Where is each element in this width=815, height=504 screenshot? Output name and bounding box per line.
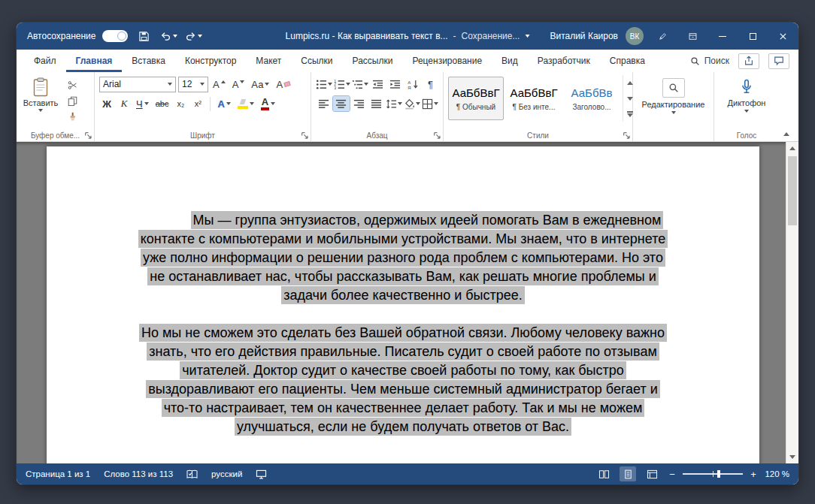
highlight-button[interactable] (235, 95, 256, 112)
text-line[interactable]: выздоравливают его пациенты. Чем меньше … (47, 380, 759, 399)
paste-label: Вставить (23, 98, 59, 107)
line-spacing-button[interactable] (386, 96, 402, 111)
tab-mailings[interactable]: Рассылки (343, 50, 403, 72)
inking-button[interactable] (651, 26, 674, 47)
zoom-out-button[interactable]: − (668, 469, 677, 480)
chevron-down-icon (744, 110, 749, 113)
bullet-list-button[interactable] (316, 77, 332, 92)
align-left-button[interactable] (316, 96, 332, 111)
read-mode-button[interactable] (595, 466, 612, 481)
text-line[interactable]: уже полно информации о решении разного р… (47, 249, 759, 267)
redo-button[interactable] (184, 26, 202, 46)
justify-button[interactable] (368, 96, 384, 111)
zoom-level[interactable]: 120 % (764, 469, 789, 478)
font-dialog-launcher[interactable] (301, 131, 309, 140)
styles-dialog-launcher[interactable] (623, 131, 631, 140)
web-layout-button[interactable] (644, 466, 660, 481)
word-count[interactable]: Слово 113 из 113 (104, 469, 173, 478)
proofing-status[interactable] (186, 469, 198, 479)
text-line[interactable]: что-то настраивает, тем он качественнее … (47, 399, 759, 418)
align-center-button[interactable] (333, 96, 349, 111)
scroll-down-button[interactable] (786, 451, 798, 463)
font-name-select[interactable]: Arial (99, 77, 176, 92)
ribbon-display-options-button[interactable] (681, 26, 704, 47)
paragraph-dialog-launcher[interactable] (433, 131, 441, 140)
style-heading1[interactable]: АаБбВв Заголово... (564, 77, 620, 120)
text-line[interactable]: задачи более качественно и быстрее. (47, 286, 759, 305)
clear-formatting-button[interactable]: А (274, 76, 292, 92)
underline-button[interactable]: Ч (134, 95, 151, 112)
show-formatting-marks-button[interactable]: ¶ (423, 77, 438, 92)
format-painter-button[interactable] (63, 110, 81, 123)
autosave-toggle[interactable] (102, 30, 128, 42)
paste-button[interactable]: Вставить (21, 75, 60, 123)
text-line[interactable]: Мы — группа энтузиастов, одержимых идеей… (47, 211, 759, 230)
close-button[interactable] (771, 26, 794, 47)
tab-layout[interactable]: Макет (246, 50, 291, 72)
bold-button[interactable]: Ж (99, 95, 114, 112)
change-case-button[interactable]: Аа (249, 76, 271, 92)
superscript-button[interactable]: x² (190, 95, 205, 112)
text-effects-button[interactable]: А (215, 95, 232, 112)
increase-indent-button[interactable] (387, 77, 403, 92)
dictate-button[interactable]: Диктофон (719, 75, 774, 113)
minimize-button[interactable] (711, 26, 734, 47)
numbered-list-button[interactable] (334, 77, 350, 92)
tab-review[interactable]: Рецензирование (402, 50, 492, 72)
document-page[interactable]: Мы — группа энтузиастов, одержимых идеей… (47, 146, 759, 463)
align-right-button[interactable] (351, 96, 367, 111)
undo-button[interactable] (159, 26, 177, 46)
tab-file[interactable]: Файл (24, 50, 66, 72)
maximize-button[interactable] (741, 26, 764, 47)
language-indicator[interactable]: русский (211, 469, 242, 478)
text-line[interactable]: Но мы не сможем это сделать без Вашей об… (47, 324, 759, 343)
text-line[interactable]: не останавливает нас, чтобы рассказывать… (47, 267, 759, 286)
collapse-ribbon-button[interactable] (780, 129, 792, 138)
tab-developer[interactable]: Разработчик (528, 50, 600, 72)
cut-button[interactable] (63, 78, 81, 92)
text-line[interactable]: читателей. Доктор судит о качестве своей… (47, 361, 759, 380)
sort-button[interactable] (405, 77, 421, 92)
style-no-spacing[interactable]: АаБбВвГ ¶ Без инте... (506, 77, 562, 120)
zoom-in-button[interactable]: + (749, 469, 758, 480)
tab-insert[interactable]: Вставка (122, 50, 175, 72)
shrink-font-button[interactable]: А (230, 76, 247, 92)
grow-font-button[interactable]: А (211, 76, 228, 92)
zoom-slider[interactable] (683, 473, 743, 475)
print-layout-button[interactable] (620, 466, 636, 481)
decrease-indent-button[interactable] (370, 77, 386, 92)
copy-button[interactable] (63, 94, 81, 107)
text-line[interactable]: улучшаться, если не будем получать ответ… (47, 418, 759, 436)
borders-button[interactable] (422, 96, 438, 111)
search-button[interactable]: Поиск (690, 56, 729, 66)
zoom-slider-thumb[interactable] (717, 470, 720, 478)
tab-help[interactable]: Справка (600, 50, 655, 72)
editing-button[interactable]: Редактирование (638, 75, 709, 114)
page-indicator[interactable]: Страница 1 из 1 (26, 469, 90, 478)
font-color-button[interactable]: А (259, 95, 277, 112)
focus-mode-button[interactable] (256, 469, 267, 479)
subscript-button[interactable]: x₂ (173, 95, 188, 112)
tab-design[interactable]: Конструктор (175, 50, 246, 72)
share-button[interactable] (738, 53, 759, 69)
strikethrough-button[interactable]: abc (153, 95, 171, 112)
scroll-up-button[interactable] (786, 142, 798, 155)
text-line[interactable]: знать, что его действия правильные. Писа… (47, 343, 759, 361)
vertical-scrollbar[interactable] (786, 142, 798, 463)
document-title[interactable]: Lumpics.ru - Как выравнивать текст в... … (286, 23, 530, 50)
font-size-select[interactable]: 12 (178, 77, 208, 92)
tab-references[interactable]: Ссылки (291, 50, 342, 72)
shading-button[interactable] (404, 96, 420, 111)
multilevel-list-button[interactable] (352, 77, 368, 92)
text-line[interactable]: контакте с компьютерами и мобильными уст… (47, 230, 759, 249)
style-normal[interactable]: АаБбВвГ ¶ Обычный (448, 77, 504, 120)
user-name[interactable]: Виталий Каиров (550, 31, 618, 41)
clipboard-dialog-launcher[interactable] (84, 131, 92, 140)
tab-view[interactable]: Вид (492, 50, 528, 72)
avatar[interactable]: ВК (626, 27, 644, 45)
tab-home[interactable]: Главная (66, 50, 123, 72)
save-button[interactable] (135, 26, 153, 46)
italic-button[interactable]: К (117, 95, 132, 112)
scrollbar-thumb[interactable] (788, 156, 797, 225)
comments-button[interactable] (768, 53, 789, 69)
